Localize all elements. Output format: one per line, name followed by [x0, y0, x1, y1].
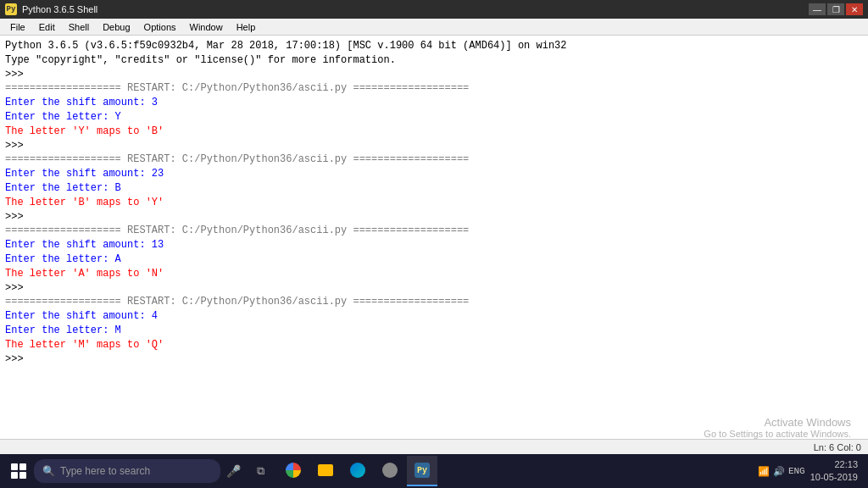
- maximize-button[interactable]: ❐: [827, 3, 844, 15]
- shell-line: Type "copyright", "credits" or "license(…: [5, 53, 863, 68]
- search-icon: 🔍: [42, 465, 55, 478]
- shell-line: The letter 'M' maps to 'Q': [5, 338, 863, 352]
- shell-line: Enter the shift amount: 23: [5, 167, 863, 181]
- taskbar-folder[interactable]: [310, 456, 341, 486]
- menu-item-options[interactable]: Options: [137, 20, 183, 34]
- title-bar-left: Py Python 3.6.5 Shell: [5, 3, 97, 15]
- menu-item-edit[interactable]: Edit: [32, 20, 62, 34]
- shell-line: Enter the letter: A: [5, 252, 863, 267]
- shell-line: The letter 'Y' maps to 'B': [5, 125, 863, 139]
- network-icon: 📶: [758, 466, 770, 477]
- shell-content[interactable]: Python 3.6.5 (v3.6.5:f59c0932b4, Mar 28 …: [0, 36, 868, 439]
- cortana-button[interactable]: 🎤: [220, 458, 246, 484]
- task-view-icon: ⧉: [257, 465, 264, 478]
- shell-line: Enter the letter: M: [5, 324, 863, 338]
- shell-line: Enter the shift amount: 13: [5, 238, 863, 252]
- task-view-button[interactable]: ⧉: [248, 458, 273, 484]
- shell-line: Enter the letter: B: [5, 181, 863, 196]
- menu-item-window[interactable]: Window: [183, 20, 230, 34]
- taskbar-apps: Py: [278, 456, 437, 486]
- microphone-icon: 🎤: [226, 464, 241, 479]
- shell-line: The letter 'B' maps to 'Y': [5, 196, 863, 210]
- shell-line: >>>: [5, 139, 863, 153]
- status-text: Ln: 6 Col: 0: [814, 442, 861, 452]
- taskbar-chrome[interactable]: [278, 456, 309, 486]
- shell-line: =================== RESTART: C:/Python/P…: [5, 81, 863, 96]
- clock-time: 22:13: [810, 458, 858, 471]
- taskbar-python[interactable]: Py: [407, 456, 437, 486]
- system-tray-icons: 📶 🔊 ENG: [758, 466, 805, 477]
- shell-line: >>>: [5, 210, 863, 225]
- shell-line: Enter the shift amount: 3: [5, 96, 863, 110]
- title-controls: — ❐ ✕: [809, 3, 863, 15]
- shell-line: >>>: [5, 352, 863, 367]
- language-indicator: ENG: [788, 466, 805, 476]
- shell-line: >>>: [5, 68, 863, 82]
- taskbar-settings[interactable]: [375, 456, 405, 486]
- status-bar: Ln: 6 Col: 0: [0, 439, 868, 454]
- taskbar-clock[interactable]: 22:13 10-05-2019: [810, 458, 858, 485]
- clock-date: 10-05-2019: [810, 471, 858, 484]
- settings-icon: [382, 463, 398, 478]
- python-taskbar-icon: Py: [415, 463, 430, 478]
- shell-line: Python 3.6.5 (v3.6.5:f59c0932b4, Mar 28 …: [5, 39, 863, 53]
- menu-item-debug[interactable]: Debug: [96, 20, 136, 34]
- shell-line: =================== RESTART: C:/Python/P…: [5, 295, 863, 309]
- start-button[interactable]: [3, 456, 34, 486]
- shell-line: =================== RESTART: C:/Python/P…: [5, 152, 863, 167]
- menu-item-file[interactable]: File: [3, 20, 32, 34]
- search-placeholder: Type here to search: [60, 465, 150, 477]
- close-button[interactable]: ✕: [846, 3, 863, 15]
- folder-icon: [318, 464, 333, 476]
- shell-line: =================== RESTART: C:/Python/P…: [5, 224, 863, 238]
- shell-line: >>>: [5, 281, 863, 296]
- window-title: Python 3.6.5 Shell: [22, 4, 97, 14]
- menu-item-shell[interactable]: Shell: [62, 20, 96, 34]
- taskbar-edge[interactable]: [342, 456, 373, 486]
- shell-line: Enter the shift amount: 4: [5, 309, 863, 324]
- taskbar: 🔍 Type here to search 🎤 ⧉ Py 📶 🔊 ENG: [0, 454, 868, 488]
- title-bar: Py Python 3.6.5 Shell — ❐ ✕: [0, 0, 868, 19]
- python-shell-window: Py Python 3.6.5 Shell — ❐ ✕ FileEditShel…: [0, 0, 868, 454]
- menu-bar: FileEditShellDebugOptionsWindowHelp: [0, 19, 868, 36]
- taskbar-right: 📶 🔊 ENG 22:13 10-05-2019: [758, 458, 865, 485]
- python-icon: Py: [5, 3, 17, 15]
- shell-line: The letter 'A' maps to 'N': [5, 267, 863, 281]
- taskbar-search-box[interactable]: 🔍 Type here to search: [34, 459, 220, 483]
- volume-icon: 🔊: [773, 466, 785, 477]
- chrome-icon: [286, 463, 301, 478]
- shell-line: Enter the letter: Y: [5, 110, 863, 125]
- windows-logo: [11, 463, 26, 479]
- edge-icon: [350, 463, 365, 478]
- menu-item-help[interactable]: Help: [230, 20, 263, 34]
- minimize-button[interactable]: —: [809, 3, 826, 15]
